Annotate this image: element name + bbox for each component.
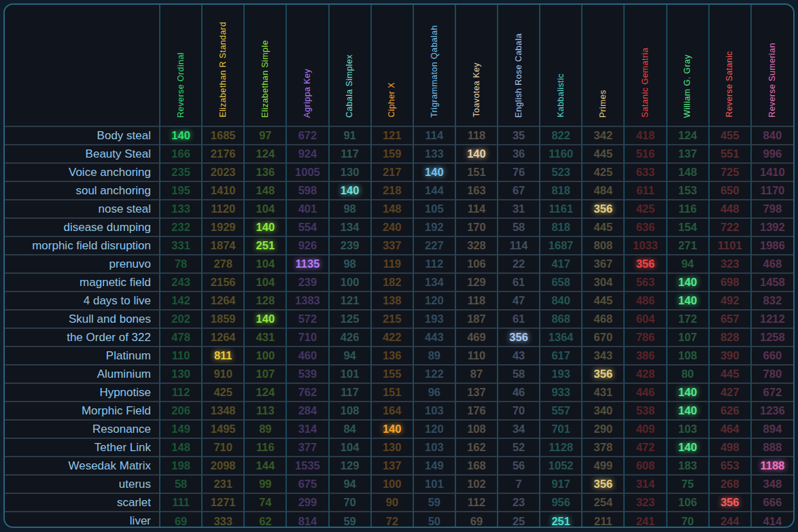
- row-label[interactable]: liver: [5, 512, 160, 528]
- value-cell[interactable]: 418: [624, 126, 666, 145]
- value-cell[interactable]: 52: [498, 438, 540, 457]
- value-cell[interactable]: 1410: [202, 181, 244, 200]
- value-cell[interactable]: 492: [709, 291, 751, 310]
- value-cell[interactable]: 653: [709, 457, 751, 475]
- row-label[interactable]: soul anchoring: [5, 181, 160, 200]
- value-cell[interactable]: 90: [371, 493, 413, 512]
- value-cell[interactable]: 1128: [540, 438, 582, 457]
- value-cell[interactable]: 235: [160, 163, 202, 181]
- value-cell[interactable]: 144: [413, 181, 455, 200]
- value-cell[interactable]: 563: [624, 273, 666, 291]
- value-cell[interactable]: 187: [455, 310, 498, 328]
- value-cell[interactable]: 121: [329, 291, 371, 310]
- value-cell[interactable]: 343: [582, 347, 624, 365]
- value-cell[interactable]: 239: [286, 273, 328, 291]
- value-cell[interactable]: 448: [709, 200, 751, 218]
- value-cell[interactable]: 516: [624, 145, 666, 163]
- value-cell[interactable]: 134: [329, 218, 371, 236]
- value-cell[interactable]: 96: [413, 383, 455, 402]
- value-cell[interactable]: 46: [498, 383, 540, 402]
- value-cell[interactable]: 323: [709, 255, 751, 273]
- value-cell[interactable]: 1052: [540, 457, 582, 475]
- value-cell[interactable]: 1535: [286, 457, 328, 475]
- value-cell[interactable]: 112: [455, 493, 498, 512]
- value-cell[interactable]: 650: [709, 181, 751, 200]
- value-cell[interactable]: 464: [709, 420, 751, 438]
- value-cell[interactable]: 425: [582, 163, 624, 181]
- value-cell[interactable]: 36: [498, 145, 540, 163]
- value-cell[interactable]: 554: [286, 218, 328, 236]
- value-cell[interactable]: 114: [413, 126, 455, 145]
- value-cell[interactable]: 1410: [751, 163, 793, 181]
- value-cell[interactable]: 1120: [202, 200, 244, 218]
- value-cell[interactable]: 34: [498, 420, 540, 438]
- value-cell[interactable]: 170: [455, 218, 498, 236]
- value-cell[interactable]: 390: [709, 347, 751, 365]
- value-cell[interactable]: 254: [582, 493, 624, 512]
- value-cell[interactable]: 193: [540, 365, 582, 383]
- value-cell[interactable]: 70: [329, 493, 371, 512]
- value-cell[interactable]: 140: [667, 402, 709, 420]
- value-cell[interactable]: 107: [244, 365, 286, 383]
- value-cell[interactable]: 163: [455, 181, 498, 200]
- value-cell[interactable]: 159: [371, 145, 413, 163]
- value-cell[interactable]: 70: [498, 402, 540, 420]
- value-cell[interactable]: 1101: [709, 236, 751, 255]
- value-cell[interactable]: 125: [329, 310, 371, 328]
- column-header[interactable]: Cipher X: [371, 5, 413, 126]
- value-cell[interactable]: 103: [413, 402, 455, 420]
- value-cell[interactable]: 933: [540, 383, 582, 402]
- value-cell[interactable]: 137: [455, 383, 498, 402]
- value-cell[interactable]: 626: [709, 402, 751, 420]
- value-cell[interactable]: 428: [624, 365, 666, 383]
- value-cell[interactable]: 1258: [751, 328, 793, 347]
- value-cell[interactable]: 425: [624, 200, 666, 218]
- value-cell[interactable]: 227: [413, 236, 455, 255]
- value-cell[interactable]: 140: [667, 291, 709, 310]
- value-cell[interactable]: 996: [751, 145, 793, 163]
- value-cell[interactable]: 120: [413, 291, 455, 310]
- row-label[interactable]: 4 days to live: [5, 291, 160, 310]
- value-cell[interactable]: 94: [329, 347, 371, 365]
- value-cell[interactable]: 107: [667, 328, 709, 347]
- value-cell[interactable]: 153: [667, 181, 709, 200]
- value-cell[interactable]: 455: [709, 126, 751, 145]
- value-cell[interactable]: 268: [709, 475, 751, 493]
- value-cell[interactable]: 140: [413, 163, 455, 181]
- value-cell[interactable]: 149: [160, 420, 202, 438]
- column-header[interactable]: Elizabethan Simple: [244, 5, 286, 126]
- value-cell[interactable]: 443: [413, 328, 455, 347]
- value-cell[interactable]: 498: [709, 438, 751, 457]
- value-cell[interactable]: 94: [667, 255, 709, 273]
- value-cell[interactable]: 148: [244, 181, 286, 200]
- value-cell[interactable]: 133: [413, 145, 455, 163]
- column-header[interactable]: Kabbalistic: [540, 5, 582, 126]
- value-cell[interactable]: 445: [709, 365, 751, 383]
- value-cell[interactable]: 172: [667, 310, 709, 328]
- value-cell[interactable]: 1236: [751, 402, 793, 420]
- value-cell[interactable]: 1135: [286, 255, 328, 273]
- value-cell[interactable]: 1874: [202, 236, 244, 255]
- value-cell[interactable]: 304: [582, 273, 624, 291]
- value-cell[interactable]: 1271: [202, 493, 244, 512]
- value-cell[interactable]: 284: [286, 402, 328, 420]
- value-cell[interactable]: 290: [582, 420, 624, 438]
- column-header[interactable]: Toavotea Key: [455, 5, 498, 126]
- column-header[interactable]: Cabala Simplex: [329, 5, 371, 126]
- value-cell[interactable]: 431: [244, 328, 286, 347]
- value-cell[interactable]: 840: [751, 126, 793, 145]
- value-cell[interactable]: 356: [582, 200, 624, 218]
- value-cell[interactable]: 1364: [540, 328, 582, 347]
- value-cell[interactable]: 140: [244, 310, 286, 328]
- value-cell[interactable]: 50: [413, 512, 455, 528]
- value-cell[interactable]: 426: [329, 328, 371, 347]
- value-cell[interactable]: 1170: [751, 181, 793, 200]
- value-cell[interactable]: 114: [498, 236, 540, 255]
- value-cell[interactable]: 215: [371, 310, 413, 328]
- value-cell[interactable]: 140: [667, 273, 709, 291]
- value-cell[interactable]: 105: [413, 200, 455, 218]
- row-label[interactable]: scarlet: [5, 493, 160, 512]
- value-cell[interactable]: 136: [371, 347, 413, 365]
- value-cell[interactable]: 670: [582, 328, 624, 347]
- value-cell[interactable]: 47: [498, 291, 540, 310]
